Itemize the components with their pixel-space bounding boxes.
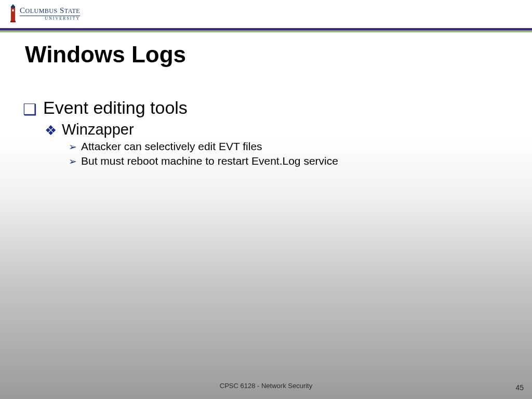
logo-cap-c: C — [20, 6, 25, 15]
arrow-bullet-icon: ➢ — [69, 156, 77, 166]
divider-primary — [0, 28, 532, 31]
logo-text: COLUMBUS STATE UNIVERSITY — [20, 7, 80, 21]
svg-rect-4 — [12, 9, 14, 11]
bullet-level3a-text: Attacker can selectively edit EVT files — [81, 140, 262, 153]
logo-line2: UNIVERSITY — [20, 16, 80, 21]
university-logo: COLUMBUS STATE UNIVERSITY — [9, 4, 532, 23]
bullet-level1-text: Event editing tools — [43, 98, 188, 118]
slide-title: Windows Logs — [25, 42, 532, 68]
logo-cap-s: S — [58, 6, 64, 15]
slide-header: COLUMBUS STATE UNIVERSITY — [0, 0, 532, 28]
svg-rect-1 — [10, 21, 16, 22]
slide: COLUMBUS STATE UNIVERSITY Windows Logs ❑… — [0, 0, 532, 399]
bullet-level3: ➢ Attacker can selectively edit EVT file… — [69, 140, 532, 153]
diamond-bullet-icon: ❖ — [45, 124, 57, 137]
logo-line1: COLUMBUS STATE — [20, 7, 80, 15]
divider-accent — [0, 31, 532, 32]
square-bullet-icon: ❑ — [23, 102, 37, 117]
bullet-level3: ➢ But must reboot machine to restart Eve… — [69, 155, 532, 167]
arrow-bullet-icon: ➢ — [69, 142, 77, 152]
tower-icon — [9, 4, 17, 23]
svg-marker-3 — [11, 4, 15, 7]
logo-rest-2: TATE — [64, 7, 80, 15]
footer-text: CPSC 6128 - Network Security — [0, 382, 532, 390]
page-number: 45 — [515, 383, 524, 392]
bullet-level2: ❖ Winzapper — [45, 121, 532, 138]
logo-rest-1: OLUMBUS — [25, 7, 58, 15]
bullet-level3b-text: But must reboot machine to restart Event… — [81, 155, 338, 167]
slide-content: ❑ Event editing tools ❖ Winzapper ➢ Atta… — [0, 98, 532, 167]
bullet-level2-text: Winzapper — [62, 121, 134, 138]
bullet-level1: ❑ Event editing tools — [23, 98, 532, 118]
